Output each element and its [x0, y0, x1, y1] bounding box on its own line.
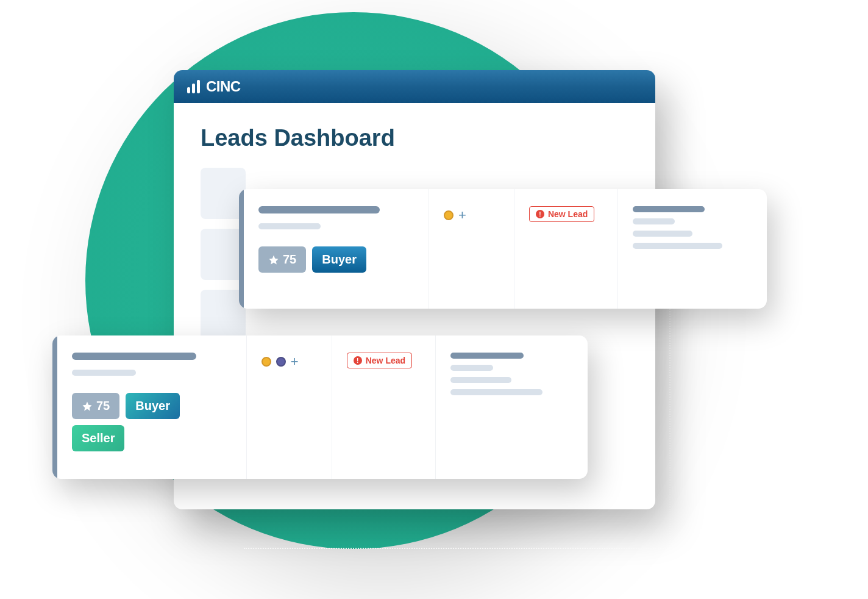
status-label: New Lead	[366, 356, 405, 365]
buyer-tag[interactable]: Buyer	[312, 246, 366, 273]
status-label: New Lead	[548, 209, 588, 219]
page-title: Leads Dashboard	[174, 103, 655, 163]
buyer-tag[interactable]: Buyer	[126, 393, 180, 419]
indicator-dot-icon	[276, 357, 286, 367]
meta-placeholder	[450, 377, 512, 383]
new-lead-badge[interactable]: ! New Lead	[347, 353, 412, 368]
indicator-column: +	[247, 335, 332, 479]
accent-strip	[239, 189, 244, 309]
lead-subtitle-placeholder	[72, 370, 136, 376]
meta-placeholder	[633, 218, 675, 224]
meta-placeholder	[633, 231, 692, 237]
lead-subtitle-placeholder	[258, 223, 321, 229]
lead-info-column: 75 Buyer	[244, 189, 429, 309]
add-indicator-button[interactable]: +	[458, 209, 466, 222]
star-icon	[82, 401, 93, 412]
indicator-dot-icon	[261, 357, 271, 367]
lead-card[interactable]: 75 Buyer + ! New Lead	[239, 189, 767, 309]
indicator-dot-icon	[444, 210, 454, 220]
star-icon	[268, 254, 279, 265]
status-column: ! New Lead	[332, 335, 436, 479]
score-tag[interactable]: 75	[72, 393, 119, 419]
add-indicator-button[interactable]: +	[291, 355, 299, 368]
meta-placeholder	[450, 353, 524, 359]
meta-placeholder	[450, 365, 493, 371]
meta-placeholder	[633, 243, 722, 249]
accent-strip	[52, 335, 57, 479]
meta-placeholder	[450, 389, 542, 395]
score-value: 75	[283, 253, 296, 267]
status-column: ! New Lead	[514, 189, 618, 309]
tag-label: Buyer	[322, 253, 357, 267]
brand-logo-icon	[187, 80, 200, 93]
indicator-column: +	[429, 189, 514, 309]
new-lead-badge[interactable]: ! New Lead	[529, 206, 594, 222]
alert-icon: !	[536, 210, 544, 218]
connector-line	[244, 548, 671, 549]
meta-placeholder	[633, 206, 705, 212]
meta-column	[436, 335, 588, 479]
tag-label: Seller	[82, 431, 115, 445]
brand-name: CINC	[206, 78, 241, 95]
titlebar: CINC	[174, 70, 655, 103]
lead-card[interactable]: 75 Buyer Seller + ! New Lead	[52, 335, 588, 479]
lead-info-column: 75 Buyer Seller	[57, 335, 247, 479]
alert-icon: !	[354, 356, 362, 365]
lead-name-placeholder	[72, 353, 196, 360]
score-value: 75	[96, 399, 110, 413]
seller-tag[interactable]: Seller	[72, 425, 124, 451]
meta-column	[618, 189, 767, 309]
score-tag[interactable]: 75	[258, 246, 306, 273]
lead-name-placeholder	[258, 206, 380, 213]
tag-label: Buyer	[135, 399, 170, 413]
